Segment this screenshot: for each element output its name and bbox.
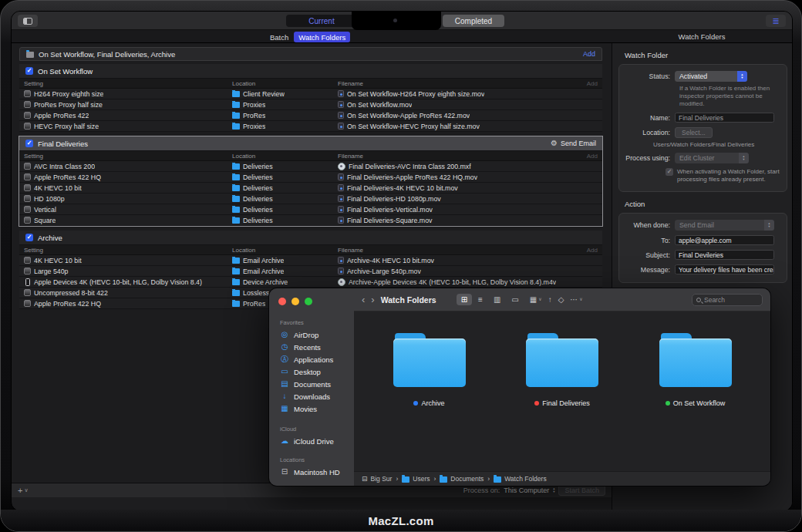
segment-batch[interactable]: Batch — [266, 32, 292, 42]
inspector-toggle-button[interactable]: ≣ — [766, 15, 786, 27]
start-batch-button[interactable]: Start Batch — [558, 485, 605, 496]
mode-bar: Batch Watch Folders Watch Folders — [12, 30, 792, 43]
close-button[interactable] — [278, 298, 286, 305]
sidebar-item-airdrop[interactable]: ◎AirDrop — [269, 328, 354, 341]
process-using-value: Edit Cluster — [675, 153, 739, 163]
share-button[interactable]: ↑ — [548, 295, 552, 304]
table-row[interactable]: H264 Proxy eighth size Client Review On … — [19, 89, 602, 99]
chevron-down-icon: ∨ — [579, 295, 582, 304]
sidebar-toggle-button[interactable] — [18, 15, 38, 27]
subject-field[interactable]: Final Devileries — [675, 250, 774, 260]
folder-final-deliveries[interactable]: Final Deliveries — [504, 333, 620, 407]
location-name: Proxies — [243, 123, 265, 130]
table-row[interactable]: HD 1080p Deliveries Final Deliveries-HD … — [19, 194, 602, 204]
section-header[interactable]: ✓ Archive — [19, 231, 602, 245]
table-row[interactable]: 4K HEVC 10 bit Deliveries Final Deliveri… — [19, 183, 602, 194]
col-add[interactable]: Add — [579, 80, 602, 87]
table-row[interactable]: Apple Devices 4K (HEVC 10-bit, HLG, Dolb… — [19, 277, 602, 288]
col-location: Location — [232, 247, 338, 254]
icon-view-button[interactable]: ⊞ — [457, 294, 472, 305]
setting-name: H264 Proxy eighth size — [34, 90, 103, 98]
minimize-button[interactable] — [291, 298, 299, 305]
section-header[interactable]: ✓ On Set Workflow — [19, 64, 602, 79]
location-name: ProRes — [243, 112, 265, 120]
col-setting: Setting — [24, 247, 232, 254]
folder-archive[interactable]: Archive — [372, 333, 487, 407]
section-checkbox[interactable]: ✓ — [25, 67, 33, 75]
activate-note: When activating a Watch Folder, start pr… — [677, 168, 780, 184]
zoom-button[interactable] — [305, 298, 312, 305]
applications-icon: Ⓐ — [280, 355, 289, 363]
location-select-button[interactable]: Select... — [675, 127, 713, 138]
forward-button[interactable]: › — [371, 295, 374, 305]
tab-completed[interactable]: Completed — [443, 15, 504, 27]
batch-header[interactable]: On Set Workflow, Final Deliveries, Archi… — [19, 47, 602, 61]
table-row[interactable]: Vertical Deliveries Final Deliveries-Ver… — [19, 204, 602, 215]
section-checkbox[interactable]: ✓ — [25, 140, 33, 147]
col-add[interactable]: Add — [579, 247, 602, 254]
sidebar-item-icloud-drive[interactable]: ☁iCloud Drive — [269, 435, 354, 447]
sidebar-item-documents[interactable]: ▤Documents — [269, 378, 354, 390]
watch-folder-section-title: Watch Folder — [612, 43, 793, 64]
sidebar-item-recents[interactable]: ◷Recents — [269, 341, 354, 353]
status-note: If a Watch Folder is enabled then inspec… — [619, 85, 785, 108]
path-label: Users — [413, 475, 430, 483]
path-item-big-sur[interactable]: ⊟Big Sur — [362, 475, 392, 483]
path-item-watch-folders[interactable]: Watch Folders — [494, 475, 546, 483]
col-add[interactable]: Add — [579, 153, 602, 160]
path-item-documents[interactable]: Documents — [440, 475, 484, 483]
name-field[interactable]: Final Deliveries — [675, 113, 774, 123]
table-row[interactable]: ProRes Proxy half size Proxies On Set Wo… — [19, 99, 602, 110]
send-email-action[interactable]: ⚙ Send Email — [551, 140, 596, 147]
sidebar-item-label: iCloud Drive — [294, 437, 334, 446]
location-name: Lossless — [243, 289, 269, 297]
column-view-button[interactable]: ▥ — [489, 294, 505, 305]
gear-icon: ⚙ — [551, 140, 558, 147]
process-using-popup[interactable]: Edit Cluster ▴▾ — [675, 153, 749, 163]
search-input[interactable] — [704, 296, 758, 304]
sidebar-item-applications[interactable]: ⒶApplications — [269, 353, 354, 365]
table-row[interactable]: Large 540p Email Archive Archive-Large 5… — [19, 266, 602, 277]
folder-icon — [232, 113, 240, 119]
add-item-menu[interactable]: + ∨ — [18, 486, 29, 495]
sidebar-item-macintosh-hd[interactable]: ⊟Macintosh HD — [269, 466, 354, 478]
tab-current[interactable]: Current — [286, 15, 357, 27]
file-name: On Set Workflow-Apple ProRes 422.mov — [347, 112, 470, 120]
status-popup[interactable]: Activated ▴▾ — [675, 71, 747, 82]
location-name: Email Archive — [243, 268, 284, 275]
message-field[interactable]: Your delivery files have been created — [675, 264, 774, 274]
share-icon: ↑ — [548, 295, 552, 304]
process-on-popup[interactable]: This Computer — [504, 487, 549, 494]
table-row[interactable]: Apple ProRes 422 ProRes On Set Workflow-… — [19, 110, 602, 121]
gallery-view-button[interactable]: ▭ — [507, 294, 523, 305]
folder-on-set-workflow[interactable]: On Set Workflow — [638, 333, 753, 407]
search-field[interactable] — [692, 294, 763, 306]
path-item-users[interactable]: Users — [402, 475, 430, 483]
location-name: Deliveries — [243, 184, 273, 192]
activate-checkbox[interactable]: ✓ — [666, 168, 673, 176]
sidebar-item-downloads[interactable]: ↓Downloads — [269, 390, 354, 402]
table-row[interactable]: 4K HEVC 10 bit Email Archive Archive-4K … — [19, 255, 602, 266]
setting-icon — [24, 163, 31, 170]
table-row[interactable]: Square Deliveries Final Deliveries-Squar… — [19, 215, 602, 226]
sidebar-item-movies[interactable]: ▦Movies — [269, 402, 354, 415]
segment-watch-folders[interactable]: Watch Folders — [294, 32, 350, 42]
to-field[interactable]: apple@apple.com — [675, 235, 774, 245]
group-by-button[interactable]: ▦∨ — [530, 295, 542, 304]
when-done-popup[interactable]: Send Email ▴▾ — [675, 220, 774, 231]
setting-name: Apple ProRes 422 HQ — [34, 173, 101, 181]
back-button[interactable]: ‹ — [362, 295, 365, 305]
tags-button[interactable]: ◇ — [558, 295, 564, 304]
actions-button[interactable]: ⋯∨ — [570, 295, 582, 304]
list-view-button[interactable]: ≡ — [473, 294, 487, 305]
sidebar-item-desktop[interactable]: ▭Desktop — [269, 365, 354, 378]
batch-add-link[interactable]: Add — [583, 50, 595, 58]
sidebar-item-label: Downloads — [294, 392, 330, 401]
icloud-section-label: iCloud — [269, 423, 354, 435]
stepper-icon[interactable]: ▴▾ — [553, 487, 554, 493]
section-header[interactable]: ✓ Final Deliveries ⚙ Send Email — [19, 136, 602, 151]
section-checkbox[interactable]: ✓ — [25, 234, 33, 241]
table-row[interactable]: HEVC Proxy half size Proxies On Set Work… — [19, 121, 602, 132]
table-row[interactable]: Apple ProRes 422 HQ Deliveries Final Del… — [19, 172, 602, 183]
table-row[interactable]: AVC Intra Class 200 Deliveries Final Del… — [19, 161, 602, 172]
